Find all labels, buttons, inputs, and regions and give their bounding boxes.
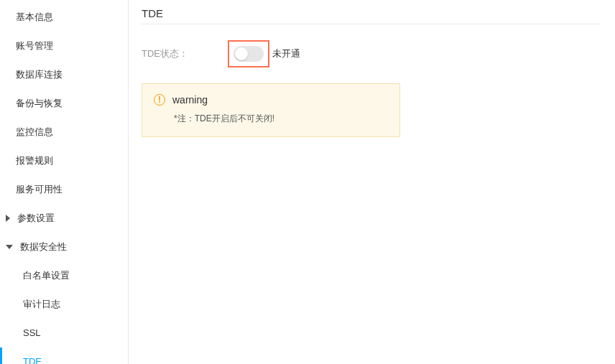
sidebar-item-label: 白名单设置 <box>23 270 70 281</box>
sidebar-item-audit-log[interactable]: 审计日志 <box>0 290 128 319</box>
sidebar-item-db-connection[interactable]: 数据库连接 <box>0 60 128 89</box>
warning-body: *注：TDE开启后不可关闭! <box>154 113 388 125</box>
sidebar-item-params[interactable]: 参数设置 <box>0 204 128 233</box>
sidebar-item-backup[interactable]: 备份与恢复 <box>0 89 128 118</box>
sidebar-item-label: 监控信息 <box>16 126 53 137</box>
chevron-down-icon <box>6 245 13 249</box>
warning-icon: ! <box>154 94 165 106</box>
chevron-right-icon <box>6 215 10 222</box>
sidebar-item-label: 基本信息 <box>16 11 53 22</box>
sidebar-item-account[interactable]: 账号管理 <box>0 32 128 60</box>
warning-title: warning <box>172 94 208 106</box>
sidebar-item-label: 数据安全性 <box>20 241 67 252</box>
sidebar-item-label: 备份与恢复 <box>16 98 63 108</box>
warning-box: ! warning *注：TDE开启后不可关闭! <box>142 83 400 137</box>
page-title: TDE <box>142 7 601 19</box>
sidebar-item-basic-info[interactable]: 基本信息 <box>0 3 128 32</box>
tde-status-label: TDE状态： <box>142 47 228 60</box>
sidebar-item-label: 报警规则 <box>16 155 53 166</box>
sidebar-item-monitor[interactable]: 监控信息 <box>0 118 128 146</box>
sidebar-item-label: SSL <box>23 327 41 338</box>
sidebar: 基本信息 账号管理 数据库连接 备份与恢复 监控信息 报警规则 服务可用性 参数… <box>0 0 129 364</box>
sidebar-item-label: 参数设置 <box>17 213 55 223</box>
sidebar-item-label: TDE <box>23 356 42 364</box>
sidebar-item-data-security[interactable]: 数据安全性 <box>0 233 128 261</box>
sidebar-item-alarm[interactable]: 报警规则 <box>0 146 128 175</box>
sidebar-item-label: 审计日志 <box>23 299 60 309</box>
tde-status-row: TDE状态： 未开通 <box>142 40 601 67</box>
tde-section: TDE状态： 未开通 ! warning *注：TDE开启后不可关闭! <box>142 24 601 137</box>
sidebar-item-label: 服务可用性 <box>16 184 63 195</box>
warning-header: ! warning <box>154 94 388 106</box>
tde-toggle[interactable] <box>233 46 264 62</box>
main-content: TDE TDE状态： 未开通 ! warning *注：TDE开启后不可关闭! <box>129 0 615 364</box>
tde-status-value: 未开通 <box>272 47 300 60</box>
toggle-highlight <box>228 40 269 67</box>
sidebar-item-tde[interactable]: TDE <box>0 347 128 364</box>
sidebar-item-whitelist[interactable]: 白名单设置 <box>0 261 128 290</box>
sidebar-item-ssl[interactable]: SSL <box>0 319 128 347</box>
sidebar-item-label: 数据库连接 <box>16 69 63 80</box>
sidebar-item-label: 账号管理 <box>16 40 53 51</box>
sidebar-item-availability[interactable]: 服务可用性 <box>0 175 128 204</box>
